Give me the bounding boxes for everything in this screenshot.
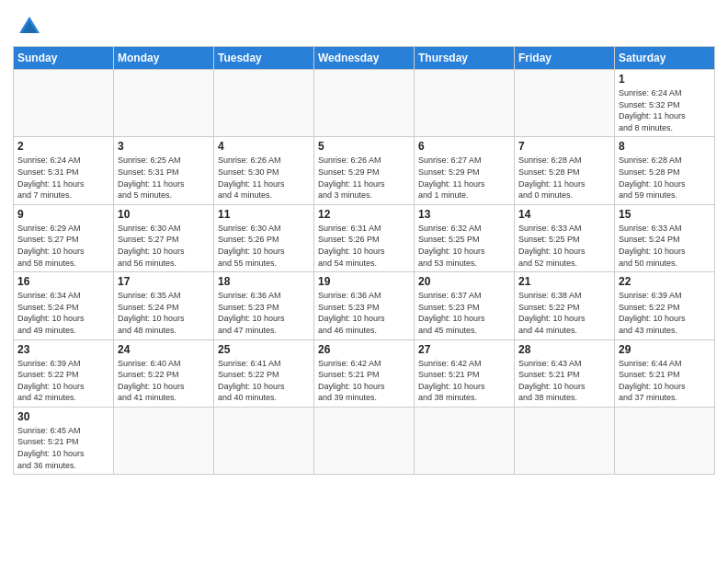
day-number: 20 — [418, 275, 510, 288]
day-info: Sunrise: 6:29 AM Sunset: 5:27 PM Dayligh… — [17, 223, 109, 269]
header — [13, 9, 715, 40]
calendar-cell — [415, 70, 515, 137]
calendar-cell: 10Sunrise: 6:30 AM Sunset: 5:27 PM Dayli… — [114, 204, 214, 271]
weekday-header-friday: Friday — [515, 47, 615, 70]
logo-icon — [16, 13, 43, 40]
calendar-cell: 13Sunrise: 6:32 AM Sunset: 5:25 PM Dayli… — [415, 204, 515, 271]
day-info: Sunrise: 6:35 AM Sunset: 5:24 PM Dayligh… — [118, 290, 210, 336]
calendar-cell: 15Sunrise: 6:33 AM Sunset: 5:24 PM Dayli… — [615, 204, 715, 271]
day-info: Sunrise: 6:30 AM Sunset: 5:26 PM Dayligh… — [218, 223, 310, 269]
calendar-cell — [615, 407, 715, 474]
day-number: 16 — [17, 275, 109, 288]
calendar-cell — [314, 70, 415, 137]
calendar-cell: 7Sunrise: 6:28 AM Sunset: 5:28 PM Daylig… — [515, 137, 615, 204]
calendar-cell: 5Sunrise: 6:26 AM Sunset: 5:29 PM Daylig… — [314, 137, 415, 204]
calendar-week-row: 23Sunrise: 6:39 AM Sunset: 5:22 PM Dayli… — [14, 339, 715, 407]
calendar-week-row: 16Sunrise: 6:34 AM Sunset: 5:24 PM Dayli… — [14, 272, 715, 339]
calendar-cell: 26Sunrise: 6:42 AM Sunset: 5:21 PM Dayli… — [314, 339, 415, 407]
day-number: 26 — [318, 343, 410, 356]
day-info: Sunrise: 6:41 AM Sunset: 5:22 PM Dayligh… — [218, 358, 310, 404]
day-info: Sunrise: 6:31 AM Sunset: 5:26 PM Dayligh… — [318, 223, 410, 269]
calendar-cell: 14Sunrise: 6:33 AM Sunset: 5:25 PM Dayli… — [515, 204, 615, 271]
day-info: Sunrise: 6:42 AM Sunset: 5:21 PM Dayligh… — [318, 358, 410, 404]
weekday-header-tuesday: Tuesday — [214, 47, 314, 70]
day-number: 22 — [619, 275, 711, 288]
calendar: SundayMondayTuesdayWednesdayThursdayFrid… — [13, 46, 715, 475]
day-info: Sunrise: 6:33 AM Sunset: 5:25 PM Dayligh… — [518, 223, 610, 269]
calendar-cell — [515, 70, 615, 137]
day-number: 5 — [318, 140, 410, 153]
calendar-cell: 16Sunrise: 6:34 AM Sunset: 5:24 PM Dayli… — [14, 272, 114, 339]
day-info: Sunrise: 6:33 AM Sunset: 5:24 PM Dayligh… — [619, 223, 711, 269]
day-number: 10 — [118, 208, 210, 221]
day-info: Sunrise: 6:34 AM Sunset: 5:24 PM Dayligh… — [17, 290, 109, 336]
calendar-cell: 30Sunrise: 6:45 AM Sunset: 5:21 PM Dayli… — [14, 407, 114, 474]
day-number: 4 — [218, 140, 310, 153]
calendar-cell: 25Sunrise: 6:41 AM Sunset: 5:22 PM Dayli… — [214, 339, 314, 407]
calendar-cell: 27Sunrise: 6:42 AM Sunset: 5:21 PM Dayli… — [415, 339, 515, 407]
day-info: Sunrise: 6:24 AM Sunset: 5:31 PM Dayligh… — [17, 155, 109, 201]
day-info: Sunrise: 6:24 AM Sunset: 5:32 PM Dayligh… — [619, 87, 711, 133]
day-number: 3 — [118, 140, 210, 153]
day-number: 17 — [118, 275, 210, 288]
calendar-cell: 4Sunrise: 6:26 AM Sunset: 5:30 PM Daylig… — [214, 137, 314, 204]
day-number: 23 — [17, 343, 109, 356]
day-number: 19 — [318, 275, 410, 288]
day-number: 30 — [17, 410, 109, 423]
calendar-cell: 20Sunrise: 6:37 AM Sunset: 5:23 PM Dayli… — [415, 272, 515, 339]
calendar-cell: 19Sunrise: 6:36 AM Sunset: 5:23 PM Dayli… — [314, 272, 415, 339]
day-number: 8 — [619, 140, 711, 153]
day-info: Sunrise: 6:25 AM Sunset: 5:31 PM Dayligh… — [118, 155, 210, 201]
calendar-cell — [415, 407, 515, 474]
day-info: Sunrise: 6:30 AM Sunset: 5:27 PM Dayligh… — [118, 223, 210, 269]
day-info: Sunrise: 6:44 AM Sunset: 5:21 PM Dayligh… — [619, 358, 711, 404]
day-number: 6 — [418, 140, 510, 153]
calendar-cell: 11Sunrise: 6:30 AM Sunset: 5:26 PM Dayli… — [214, 204, 314, 271]
day-info: Sunrise: 6:26 AM Sunset: 5:30 PM Dayligh… — [218, 155, 310, 201]
calendar-cell — [14, 70, 114, 137]
day-info: Sunrise: 6:40 AM Sunset: 5:22 PM Dayligh… — [118, 358, 210, 404]
day-number: 12 — [318, 208, 410, 221]
calendar-week-row: 30Sunrise: 6:45 AM Sunset: 5:21 PM Dayli… — [14, 407, 715, 474]
calendar-cell: 18Sunrise: 6:36 AM Sunset: 5:23 PM Dayli… — [214, 272, 314, 339]
day-number: 11 — [218, 208, 310, 221]
day-info: Sunrise: 6:38 AM Sunset: 5:22 PM Dayligh… — [518, 290, 610, 336]
day-info: Sunrise: 6:27 AM Sunset: 5:29 PM Dayligh… — [418, 155, 510, 201]
day-number: 2 — [17, 140, 109, 153]
calendar-cell: 29Sunrise: 6:44 AM Sunset: 5:21 PM Dayli… — [615, 339, 715, 407]
calendar-cell: 6Sunrise: 6:27 AM Sunset: 5:29 PM Daylig… — [415, 137, 515, 204]
day-number: 14 — [518, 208, 610, 221]
calendar-cell — [214, 70, 314, 137]
day-info: Sunrise: 6:42 AM Sunset: 5:21 PM Dayligh… — [418, 358, 510, 404]
day-info: Sunrise: 6:28 AM Sunset: 5:28 PM Dayligh… — [619, 155, 711, 201]
calendar-cell: 3Sunrise: 6:25 AM Sunset: 5:31 PM Daylig… — [114, 137, 214, 204]
calendar-cell — [214, 407, 314, 474]
calendar-cell: 2Sunrise: 6:24 AM Sunset: 5:31 PM Daylig… — [14, 137, 114, 204]
day-number: 25 — [218, 343, 310, 356]
weekday-header-monday: Monday — [114, 47, 214, 70]
calendar-cell: 23Sunrise: 6:39 AM Sunset: 5:22 PM Dayli… — [14, 339, 114, 407]
weekday-header-sunday: Sunday — [14, 47, 114, 70]
day-number: 28 — [518, 343, 610, 356]
calendar-cell: 22Sunrise: 6:39 AM Sunset: 5:22 PM Dayli… — [615, 272, 715, 339]
day-info: Sunrise: 6:39 AM Sunset: 5:22 PM Dayligh… — [619, 290, 711, 336]
day-info: Sunrise: 6:28 AM Sunset: 5:28 PM Dayligh… — [518, 155, 610, 201]
day-info: Sunrise: 6:39 AM Sunset: 5:22 PM Dayligh… — [17, 358, 109, 404]
day-number: 13 — [418, 208, 510, 221]
calendar-cell — [515, 407, 615, 474]
calendar-week-row: 9Sunrise: 6:29 AM Sunset: 5:27 PM Daylig… — [14, 204, 715, 271]
calendar-week-row: 1Sunrise: 6:24 AM Sunset: 5:32 PM Daylig… — [14, 70, 715, 137]
calendar-cell — [114, 70, 214, 137]
weekday-header-row: SundayMondayTuesdayWednesdayThursdayFrid… — [14, 47, 715, 70]
day-number: 24 — [118, 343, 210, 356]
day-info: Sunrise: 6:32 AM Sunset: 5:25 PM Dayligh… — [418, 223, 510, 269]
calendar-cell: 24Sunrise: 6:40 AM Sunset: 5:22 PM Dayli… — [114, 339, 214, 407]
day-info: Sunrise: 6:36 AM Sunset: 5:23 PM Dayligh… — [318, 290, 410, 336]
day-number: 27 — [418, 343, 510, 356]
calendar-cell — [314, 407, 415, 474]
calendar-cell: 8Sunrise: 6:28 AM Sunset: 5:28 PM Daylig… — [615, 137, 715, 204]
calendar-cell: 9Sunrise: 6:29 AM Sunset: 5:27 PM Daylig… — [14, 204, 114, 271]
weekday-header-wednesday: Wednesday — [314, 47, 415, 70]
calendar-cell: 21Sunrise: 6:38 AM Sunset: 5:22 PM Dayli… — [515, 272, 615, 339]
calendar-cell: 28Sunrise: 6:43 AM Sunset: 5:21 PM Dayli… — [515, 339, 615, 407]
